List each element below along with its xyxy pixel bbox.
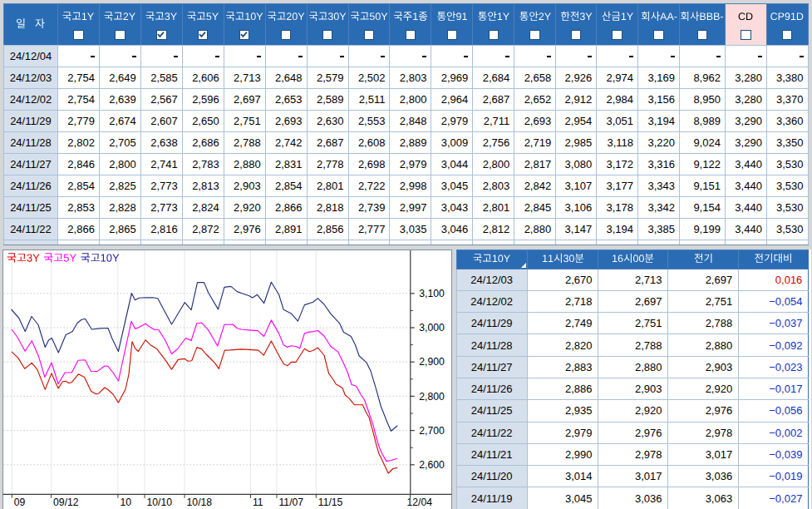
svg-text:11/07: 11/07 <box>279 497 304 508</box>
svg-text:12/04: 12/04 <box>407 497 433 508</box>
svg-text:10: 10 <box>120 497 131 508</box>
svg-text:09/12: 09/12 <box>53 497 79 508</box>
svg-text:10/18: 10/18 <box>187 497 213 508</box>
svg-text:10/10: 10/10 <box>147 497 173 508</box>
svg-text:2,600: 2,600 <box>419 459 445 471</box>
svg-text:2,800: 2,800 <box>419 391 445 403</box>
svg-text:11/15: 11/15 <box>318 497 343 508</box>
svg-text:3,000: 3,000 <box>419 322 445 334</box>
svg-text:3,100: 3,100 <box>419 288 445 299</box>
svg-text:2,700: 2,700 <box>419 425 445 437</box>
svg-text:11: 11 <box>253 497 263 508</box>
svg-text:09: 09 <box>14 497 26 508</box>
svg-text:2,900: 2,900 <box>419 356 445 368</box>
